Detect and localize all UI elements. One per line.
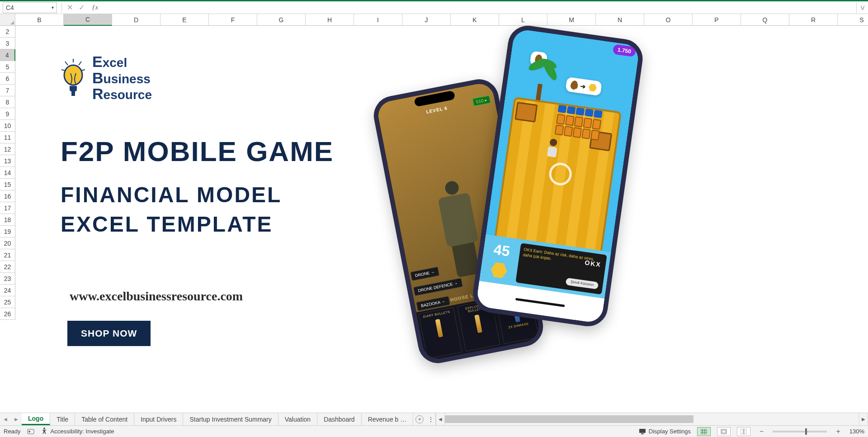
accessibility-status[interactable]: Accessibility: Investigate (41, 427, 114, 436)
column-header[interactable]: F (209, 14, 257, 26)
view-page-layout-button[interactable] (717, 427, 731, 436)
column-header[interactable]: L (499, 14, 547, 26)
row-header[interactable]: 13 (0, 155, 15, 167)
hero-title: F2P MOBILE GAME (61, 135, 334, 167)
row-header[interactable]: 9 (0, 108, 15, 120)
row-header[interactable]: 22 (0, 261, 15, 273)
svg-rect-18 (722, 430, 726, 433)
row-header[interactable]: 4 (0, 49, 15, 61)
row-header[interactable]: 25 (0, 296, 15, 308)
zoom-in-button[interactable]: + (833, 428, 843, 436)
column-header[interactable]: M (547, 14, 596, 26)
svg-rect-12 (701, 429, 707, 434)
game-level-label: LEVEL 6 (426, 105, 448, 114)
sheet-tab[interactable]: Input Drivers (134, 413, 183, 425)
row-header[interactable]: 26 (0, 308, 15, 320)
column-header[interactable]: N (596, 14, 644, 26)
sheet-tab[interactable]: Startup Investment Summary (183, 413, 278, 425)
column-header[interactable]: K (451, 14, 499, 26)
hscroll-thumb[interactable] (445, 415, 693, 423)
worksheet-area: BCDEFGHIJKLMNOPQRS 234567891011121314151… (0, 14, 868, 413)
column-header[interactable]: P (693, 14, 741, 26)
sheet-tabs: LogoTitleTable of ContentInput DriversSt… (22, 413, 413, 425)
row-header[interactable]: 14 (0, 167, 15, 179)
hero-url: www.excelbusinessresource.com (70, 289, 243, 304)
column-header[interactable]: D (112, 14, 160, 26)
new-sheet-button[interactable]: + (413, 413, 426, 425)
cancel-formula-icon: ✕ (64, 2, 75, 13)
sheet-tab[interactable]: Logo (22, 413, 50, 425)
column-header[interactable]: H (306, 14, 354, 26)
sheet-tab[interactable]: Title (50, 413, 75, 425)
name-box[interactable]: C4 ▾ (3, 2, 57, 13)
svg-rect-11 (641, 433, 644, 434)
view-normal-button[interactable] (697, 427, 711, 436)
zoom-slider[interactable] (773, 431, 827, 432)
game-score-badge: 510 ▸ (472, 95, 491, 106)
column-header[interactable]: G (257, 14, 306, 26)
shop-now-button[interactable]: SHOP NOW (67, 321, 151, 346)
row-header[interactable]: 20 (0, 238, 15, 249)
character (545, 138, 560, 158)
column-header[interactable]: J (402, 14, 451, 26)
column-header[interactable]: R (789, 14, 838, 26)
row-header[interactable]: 3 (0, 38, 15, 49)
column-header[interactable]: E (160, 14, 209, 26)
row-header[interactable]: 8 (0, 96, 15, 108)
row-header[interactable]: 5 (0, 61, 15, 73)
sheet-tab[interactable]: Dashboard (317, 413, 362, 425)
macro-record-icon[interactable] (27, 428, 34, 435)
row-header[interactable]: 24 (0, 285, 15, 296)
svg-rect-10 (639, 429, 646, 433)
row-header[interactable]: 17 (0, 202, 15, 214)
horizontal-scrollbar[interactable]: ◀ ▶ (436, 413, 868, 425)
row-header[interactable]: 23 (0, 273, 15, 285)
column-header[interactable]: Q (741, 14, 789, 26)
row-header[interactable]: 16 (0, 190, 15, 202)
ad-banner: OKX Earn: Daha az risk, daha az stres, d… (515, 243, 607, 294)
formula-input[interactable] (101, 2, 856, 13)
svg-point-9 (43, 428, 45, 429)
row-header[interactable]: 11 (0, 132, 15, 143)
tab-list-menu-icon[interactable]: ⋮ (426, 413, 436, 425)
column-header[interactable]: I (354, 14, 402, 26)
name-box-dropdown-icon[interactable]: ▾ (52, 5, 54, 10)
row-header[interactable]: 6 (0, 73, 15, 85)
insert-function-icon[interactable]: ƒx (89, 2, 101, 13)
status-bar: Ready Accessibility: Investigate Display… (0, 425, 868, 437)
row-header[interactable]: 7 (0, 85, 15, 96)
row-header[interactable]: 12 (0, 143, 15, 155)
svg-rect-20 (744, 429, 747, 434)
display-settings-button[interactable]: Display Settings (639, 428, 691, 435)
tab-nav-next-icon[interactable]: ► (11, 413, 22, 425)
sheet-tab[interactable]: Revenue b … (362, 413, 414, 425)
logo-sheet-artwork: Excel Business Resource F2P MOBILE GAME … (42, 36, 635, 402)
svg-rect-6 (71, 91, 75, 96)
expand-formula-bar-icon[interactable]: ⋁ (856, 2, 868, 13)
column-header[interactable]: B (15, 14, 64, 26)
zoom-out-button[interactable]: − (757, 428, 766, 436)
row-headers: 2345678910111213141516171819202122232425… (0, 26, 15, 413)
sheet-tab[interactable]: Valuation (278, 413, 317, 425)
scroll-right-icon[interactable]: ▶ (859, 413, 868, 425)
row-header[interactable]: 2 (0, 26, 15, 38)
row-header[interactable]: 18 (0, 214, 15, 226)
column-header[interactable]: S (838, 14, 868, 26)
column-header[interactable]: C (64, 14, 112, 26)
view-page-break-button[interactable] (737, 427, 750, 436)
select-all-corner[interactable] (0, 14, 15, 26)
scroll-left-icon[interactable]: ◀ (436, 413, 445, 425)
row-header[interactable]: 21 (0, 249, 15, 261)
resource-counter: 45 (479, 234, 522, 286)
row-header[interactable]: 10 (0, 120, 15, 132)
zoom-level[interactable]: 130% (849, 428, 864, 435)
cells-canvas[interactable]: Excel Business Resource F2P MOBILE GAME … (15, 26, 868, 413)
phone-mockup-raft: 1.750 ➔ (471, 23, 645, 329)
svg-point-8 (28, 431, 30, 432)
row-header[interactable]: 15 (0, 179, 15, 190)
tab-nav-prev-icon[interactable]: ◄ (0, 413, 11, 425)
row-header[interactable]: 19 (0, 226, 15, 238)
sheet-tab[interactable]: Table of Content (75, 413, 134, 425)
column-header[interactable]: O (644, 14, 693, 26)
sheet-tab-bar: ◄ ► LogoTitleTable of ContentInput Drive… (0, 413, 868, 425)
